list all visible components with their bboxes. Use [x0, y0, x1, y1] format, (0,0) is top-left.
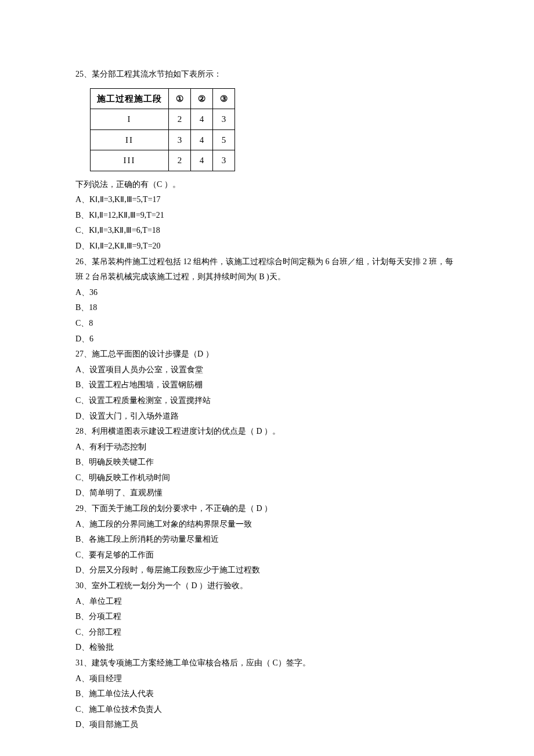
q25-after: 下列说法，正确的有（C ）。 — [75, 177, 459, 193]
q31-opt-d: D、项目部施工员 — [75, 717, 459, 733]
q27-opt-d: D、设置大门，引入场外道路 — [75, 409, 459, 424]
table-row: II 3 4 5 — [91, 129, 235, 150]
q27-opt-a: A、设置项目人员办公室，设置食堂 — [75, 362, 459, 378]
q28-opt-d: D、简单明了、直观易懂 — [75, 485, 459, 501]
q30-opt-a: A、单位工程 — [75, 594, 459, 610]
q29-opt-b: B、各施工段上所消耗的劳动量尽量相近 — [75, 532, 459, 548]
q28-opt-c: C、明确反映工作机动时间 — [75, 470, 459, 486]
q29-stem: 29、下面关于施工段的划分要求中，不正确的是（ D ） — [75, 501, 459, 517]
q27-opt-b: B、设置工程占地围墙，设置钢筋棚 — [75, 377, 459, 393]
q27-stem: 27、施工总平面图的设计步骤是（D ） — [75, 347, 459, 362]
q29-opt-c: C、要有足够的工作面 — [75, 548, 459, 563]
table-header-process: 施工过程施工段 — [91, 88, 169, 109]
q26-stem: 26、某吊装构件施工过程包括 12 组构件，该施工过程综合时间定额为 6 台班／… — [75, 254, 459, 270]
q30-opt-c: C、分部工程 — [75, 625, 459, 640]
q26-stem2: 班 2 台吊装机械完成该施工过程，则其持续时间为( B )天。 — [75, 269, 459, 285]
q30-opt-b: B、分项工程 — [75, 609, 459, 625]
q29-opt-d: D、分层又分段时，每层施工段数应少于施工过程数 — [75, 563, 459, 578]
q28-stem: 28、利用横道图表示建设工程进度计划的优点是（ D ）。 — [75, 424, 459, 440]
q25-opt-b: B、KⅠ,Ⅱ=12,KⅡ,Ⅲ=9,T=21 — [75, 208, 459, 224]
table-header-col1: ① — [169, 88, 191, 109]
q31-stem: 31、建筑专项施工方案经施工单位审核合格后，应由（ C）签字。 — [75, 656, 459, 671]
q28-opt-b: B、明确反映关键工作 — [75, 455, 459, 470]
q31-opt-c: C、施工单位技术负责人 — [75, 702, 459, 718]
q26-opt-d: D、6 — [75, 332, 459, 347]
table-header-col2: ② — [191, 88, 213, 109]
q26-opt-a: A、36 — [75, 285, 459, 301]
q25-opt-a: A、KⅠ,Ⅱ=3,KⅡ,Ⅲ=5,T=17 — [75, 192, 459, 208]
q31-opt-a: A、项目经理 — [75, 671, 459, 687]
q30-opt-d: D、检验批 — [75, 640, 459, 656]
q26-opt-b: B、18 — [75, 300, 459, 316]
q25-opt-d: D、KⅠ,Ⅱ=2,KⅡ,Ⅲ=9,T=20 — [75, 239, 459, 254]
q25-opt-c: C、KⅠ,Ⅱ=3,KⅡ,Ⅲ=6,T=18 — [75, 223, 459, 239]
table-row: III 2 4 3 — [91, 150, 235, 171]
q28-opt-a: A、有利于动态控制 — [75, 440, 459, 455]
q30-stem: 30、室外工程统一划分为一个（ D ）进行验收。 — [75, 578, 459, 594]
q31-opt-b: B、施工单位法人代表 — [75, 686, 459, 702]
q25-stem: 25、某分部工程其流水节拍如下表所示： — [75, 67, 459, 82]
q25-table: 施工过程施工段 ① ② ③ I 2 4 3 II 3 4 5 III 2 4 3 — [90, 88, 459, 171]
q27-opt-c: C、设置工程质量检测室，设置搅拌站 — [75, 393, 459, 409]
table-row: I 2 4 3 — [91, 109, 235, 130]
q29-opt-a: A、施工段的分界同施工对象的结构界限尽量一致 — [75, 517, 459, 532]
table-header-col3: ③ — [213, 88, 235, 109]
q26-opt-c: C、8 — [75, 316, 459, 332]
